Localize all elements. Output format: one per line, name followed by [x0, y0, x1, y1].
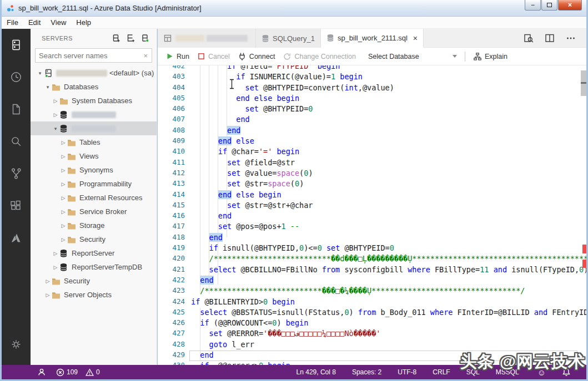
explain-button[interactable]: Explain: [473, 52, 507, 61]
expand-twisty-icon[interactable]: ▷: [59, 167, 67, 173]
activity-notebooks[interactable]: [2, 93, 31, 125]
tab-dashboard[interactable]: [158, 29, 256, 48]
tab-sp-bill-work[interactable]: sp_bill_work_2111.sql×: [321, 29, 424, 48]
code-line[interactable]: end: [191, 350, 214, 361]
close-button[interactable]: ×: [558, 0, 582, 11]
tree-item-database-1[interactable]: ▷: [31, 108, 157, 121]
tree-item-synonyms[interactable]: ▷ Synonyms: [31, 163, 157, 177]
code-line[interactable]: set @RERROR='���□□□ف□□□□□¼□□□□Nò�����': [191, 329, 380, 339]
tree-item-server[interactable]: ▾ <default> (sa): [31, 66, 157, 80]
maximize-button[interactable]: [541, 0, 557, 11]
status-cursor-position[interactable]: Ln 429, Col 8: [296, 368, 336, 376]
code-line[interactable]: set @pos=@pos+1 --: [191, 222, 299, 232]
expand-twisty-icon[interactable]: ▷: [59, 140, 67, 145]
select-database-dropdown[interactable]: Select Database: [368, 53, 457, 60]
expand-twisty-icon[interactable]: ▷: [52, 265, 59, 270]
tree-item-service-broker[interactable]: ▷ Service Broker: [31, 205, 157, 219]
expand-twisty-icon[interactable]: ▷: [59, 223, 67, 228]
code-line[interactable]: set @BHTYPEID=convert(int,@value): [191, 83, 394, 94]
expand-twisty-icon[interactable]: ▷: [52, 112, 59, 118]
activity-manage[interactable]: [2, 328, 31, 360]
activity-search[interactable]: [2, 125, 31, 158]
code-line[interactable]: set @str=space(0): [191, 179, 304, 190]
tree-item-security-server[interactable]: ▷ Security: [31, 274, 157, 288]
expand-twisty-icon[interactable]: ▷: [52, 251, 59, 256]
connect-button[interactable]: Connect: [238, 52, 275, 61]
code-line[interactable]: end: [191, 115, 250, 125]
activity-connections[interactable]: [2, 29, 31, 61]
collapse-twisty-icon[interactable]: ▾: [36, 70, 44, 76]
code-line[interactable]: set @value=space(0): [191, 169, 313, 179]
code-line[interactable]: /**************************���□�¼����Ụ**…: [191, 286, 525, 297]
tree-item-external-resources[interactable]: ▷ External Resources: [31, 191, 157, 205]
tree-item-system-databases[interactable]: ▷ System Databases: [31, 94, 157, 108]
tree-item-tables[interactable]: ▷ Tables: [31, 135, 157, 149]
code-line[interactable]: select @BBSTATUS=isnull(FStatus,0) from …: [191, 308, 586, 318]
expand-twisty-icon[interactable]: ▷: [44, 292, 52, 298]
search-input[interactable]: [36, 52, 143, 60]
tree-item-reportservertempdb[interactable]: ▷ ReportServerTempDB: [31, 260, 157, 274]
more-actions-button[interactable]: [565, 33, 576, 44]
menu-view[interactable]: View: [46, 18, 71, 27]
code-line[interactable]: if isnull(@BHTYPEID,0)<=0 set @BHTYPEID=…: [191, 243, 394, 254]
tree-item-server-objects[interactable]: ▷ Server Objects: [31, 288, 157, 302]
code-line[interactable]: end: [191, 126, 240, 136]
clear-search-icon[interactable]: ×: [143, 52, 148, 60]
menu-file[interactable]: File: [2, 18, 23, 27]
code-line[interactable]: end: [191, 276, 214, 286]
minimize-button[interactable]: −: [525, 0, 541, 11]
code-line[interactable]: end else begin: [191, 190, 282, 201]
tree-item-storage[interactable]: ▷ Storage: [31, 219, 157, 232]
status-indentation[interactable]: Spaces: 2: [352, 368, 381, 376]
expand-twisty-icon[interactable]: ▷: [59, 209, 67, 215]
tree-item-views[interactable]: ▷ Views: [31, 149, 157, 163]
status-account[interactable]: [37, 368, 48, 377]
code-line[interactable]: set @str=@str+@char: [191, 201, 313, 211]
code-line[interactable]: set @BHTYPEID=0: [191, 104, 313, 115]
expand-twisty-icon[interactable]: ▷: [52, 98, 59, 104]
activity-source-control[interactable]: [2, 158, 31, 190]
code-line[interactable]: if @char='=' begin: [191, 147, 299, 158]
tree-item-database-2[interactable]: ▾: [31, 121, 157, 135]
code-line[interactable]: end: [191, 211, 232, 222]
active-connections-button[interactable]: [141, 34, 150, 43]
tab-sqlquery-1[interactable]: SQLQuery_1: [256, 29, 321, 48]
collapse-twisty-icon[interactable]: ▾: [52, 126, 59, 131]
code-line[interactable]: end else begin: [191, 94, 299, 104]
tree-item-reportserver[interactable]: ▷ ReportServer: [31, 246, 157, 260]
code-line[interactable]: if @@error<>0 begin: [191, 361, 290, 365]
code-line[interactable]: /**************************��d���□Ļ�����…: [191, 254, 586, 265]
collapse-twisty-icon[interactable]: ▾: [44, 84, 52, 90]
split-editor-button[interactable]: [544, 33, 555, 44]
menu-edit[interactable]: Edit: [23, 18, 46, 27]
activity-extensions[interactable]: [2, 190, 31, 222]
code-line[interactable]: end: [191, 233, 223, 243]
new-connection-button[interactable]: [112, 34, 121, 43]
tree-item-security-db[interactable]: ▷ Security: [31, 232, 157, 246]
code-line[interactable]: goto l_err: [191, 340, 254, 350]
tree-item-databases[interactable]: ▾ Databases: [31, 80, 157, 94]
activity-azure[interactable]: [2, 222, 31, 254]
status-encoding[interactable]: UTF-8: [398, 368, 416, 376]
code-line[interactable]: if ISNUMERIC(@value)=1 begin: [191, 72, 363, 83]
expand-twisty-icon[interactable]: ▷: [44, 278, 52, 284]
code-line[interactable]: if (@@ROWCOUNT<=0) begin: [191, 318, 308, 329]
code-editor[interactable]: 402 if @field='FTYPEID' begin 403 if ISN…: [158, 65, 586, 365]
expand-twisty-icon[interactable]: ▷: [59, 154, 67, 159]
cancel-button[interactable]: Cancel: [197, 52, 230, 60]
run-button[interactable]: Run: [165, 52, 189, 60]
activity-task-history[interactable]: [2, 61, 31, 93]
new-server-group-button[interactable]: [127, 34, 135, 43]
preview-button[interactable]: [523, 33, 534, 44]
expand-twisty-icon[interactable]: ▷: [59, 195, 67, 201]
status-problems-errors[interactable]: 109: [56, 368, 78, 377]
menu-help[interactable]: Help: [71, 18, 96, 27]
tree-item-programmability[interactable]: ▷ Programmability: [31, 177, 157, 191]
close-tab-icon[interactable]: ×: [413, 34, 418, 43]
code-line[interactable]: set @field=@str: [191, 158, 295, 169]
expand-twisty-icon[interactable]: ▷: [59, 181, 67, 187]
code-line[interactable]: select @BCBILLNO=FBillNo from sysconfigb…: [191, 265, 586, 276]
status-problems-warnings[interactable]: 0: [86, 368, 100, 377]
expand-twisty-icon[interactable]: ▷: [59, 237, 67, 242]
change-connection-button[interactable]: Change Connection: [283, 52, 356, 61]
